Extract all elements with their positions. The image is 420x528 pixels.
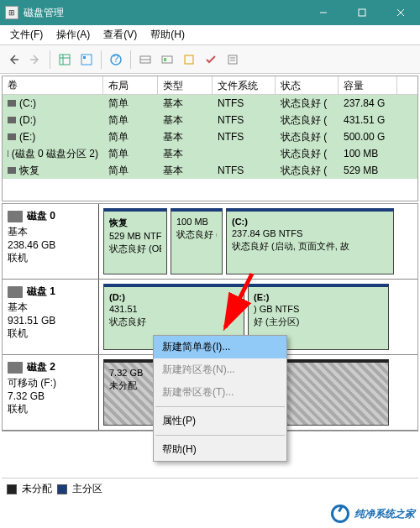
svg-rect-1 (359, 9, 365, 16)
menu-help[interactable]: 帮助(H) (144, 26, 192, 44)
svg-rect-9 (81, 55, 92, 65)
watermark-icon (331, 504, 349, 523)
volume-name: 恢复 (19, 164, 39, 178)
back-button[interactable] (3, 50, 24, 70)
volume-icon (8, 100, 16, 107)
tool1-button[interactable] (135, 50, 155, 70)
partition-size: ) GB NTFS (254, 304, 383, 314)
disk-kind: 基本 (8, 301, 93, 315)
toolbar-sep (101, 50, 102, 69)
menu-file[interactable]: 文件(F) (3, 26, 50, 44)
volume-status: 状态良好 ( (276, 145, 339, 163)
volume-capacity: 529 MB (339, 163, 397, 178)
volume-layout: 简单 (103, 95, 158, 112)
tool4-button[interactable] (201, 50, 221, 70)
volume-row[interactable]: (C:)简单基本NTFS状态良好 (237.84 G (3, 95, 417, 112)
disk-kind: 基本 (8, 225, 93, 239)
partition[interactable]: 100 MB状态良好 (E (171, 208, 223, 274)
volume-fs: NTFS (213, 112, 276, 128)
partition-status: 状态良好 (OE (109, 243, 161, 255)
app-icon: ⊞ (5, 6, 18, 19)
disk-row: 磁盘 0基本238.46 GB联机恢复529 MB NTFS状态良好 (OE10… (3, 204, 417, 280)
volume-layout: 简单 (103, 112, 158, 129)
ctx-separator (155, 406, 285, 407)
partition-size: 100 MB (176, 217, 217, 227)
volume-type: 基本 (158, 128, 213, 146)
volume-status: 状态良好 ( (276, 95, 339, 112)
disk-name: 磁盘 0 (27, 209, 55, 223)
close-button[interactable] (381, 0, 420, 25)
help-icon[interactable]: ? (106, 50, 126, 70)
col-filesystem[interactable]: 文件系统 (213, 76, 276, 94)
svg-text:?: ? (113, 53, 119, 65)
volume-row[interactable]: (磁盘 0 磁盘分区 2)简单基本状态良好 (100 MB (3, 145, 417, 162)
partition[interactable]: (C:)237.84 GB NTFS状态良好 (启动, 页面文件, 故 (226, 208, 394, 274)
volume-layout: 简单 (103, 162, 158, 180)
volume-status: 状态良好 ( (276, 112, 339, 129)
volume-capacity: 100 MB (339, 146, 397, 161)
tool2-button[interactable] (157, 50, 177, 70)
partition-title: (E:) (254, 292, 383, 302)
partition[interactable]: 恢复529 MB NTFS状态良好 (OE (103, 208, 167, 274)
watermark: 纯净系统之家 (331, 504, 415, 523)
view1-button[interactable] (55, 50, 75, 70)
tool3-button[interactable] (179, 50, 199, 70)
titlebar: ⊞ 磁盘管理 (0, 0, 420, 25)
context-menu: 新建简单卷(I)... 新建跨区卷(N)... 新建带区卷(T)... 属性(P… (153, 335, 287, 462)
menubar: 文件(F) 操作(A) 查看(V) 帮助(H) (0, 25, 420, 45)
disk-label[interactable]: 磁盘 2可移动 (F:)7.32 GB联机 (3, 355, 99, 430)
legend: 未分配 主分区 (2, 478, 418, 499)
disk-icon (8, 286, 23, 298)
col-status[interactable]: 状态 (276, 76, 339, 94)
disk-icon (8, 362, 23, 374)
menu-action[interactable]: 操作(A) (50, 26, 97, 44)
ctx-properties[interactable]: 属性(P) (154, 410, 286, 432)
volume-name: (E:) (19, 131, 35, 143)
volume-name: (D:) (19, 114, 36, 126)
volume-type: 基本 (158, 162, 213, 180)
partition-size: 237.84 GB NTFS (232, 228, 388, 238)
partition-status: 状态良好 (启动, 页面文件, 故 (232, 240, 388, 253)
ctx-new-spanned-volume: 新建跨区卷(N)... (154, 358, 286, 381)
col-layout[interactable]: 布局 (103, 76, 158, 94)
ctx-separator (155, 435, 285, 436)
legend-unalloc-label: 未分配 (22, 482, 52, 496)
volume-fs: NTFS (213, 129, 276, 144)
partition-size: 529 MB NTFS (109, 231, 161, 241)
disk-kind: 可移动 (F:) (8, 376, 93, 390)
disk-label[interactable]: 磁盘 0基本238.46 GB联机 (3, 204, 99, 279)
col-type[interactable]: 类型 (158, 76, 213, 94)
volume-icon (8, 150, 8, 157)
volume-status: 状态良好 ( (276, 162, 339, 180)
volume-icon (8, 133, 16, 140)
ctx-new-simple-volume[interactable]: 新建简单卷(I)... (154, 336, 286, 358)
volume-row[interactable]: (D:)简单基本NTFS状态良好 (431.51 G (3, 112, 417, 128)
partition-size: 431.51 (109, 304, 239, 314)
volume-row[interactable]: (E:)简单基本NTFS状态良好 (500.00 G (3, 128, 417, 145)
volume-row[interactable]: 恢复简单基本NTFS状态良好 (529 MB (3, 162, 417, 179)
disk-size: 7.32 GB (8, 390, 93, 402)
maximize-button[interactable] (343, 0, 381, 25)
volume-fs (213, 152, 276, 155)
volume-type: 基本 (158, 112, 213, 129)
legend-primary-label: 主分区 (72, 482, 102, 496)
tool5-button[interactable] (223, 50, 243, 70)
disk-name: 磁盘 1 (27, 285, 55, 299)
view2-button[interactable] (76, 50, 97, 70)
svg-rect-10 (83, 56, 86, 59)
menu-view[interactable]: 查看(V) (97, 26, 144, 44)
ctx-help[interactable]: 帮助(H) (154, 438, 286, 461)
disk-label[interactable]: 磁盘 1基本931.51 GB联机 (3, 280, 99, 354)
volume-list: 卷 布局 类型 文件系统 状态 容量 (C:)简单基本NTFS状态良好 (237… (2, 76, 418, 201)
volume-name: (磁盘 0 磁盘分区 2) (12, 147, 98, 161)
col-volume[interactable]: 卷 (3, 76, 103, 94)
partition-title: (D:) (109, 292, 239, 302)
legend-unalloc-color (7, 484, 17, 494)
disk-state: 联机 (8, 327, 93, 341)
col-capacity[interactable]: 容量 (339, 76, 397, 94)
volume-status: 状态良好 ( (276, 128, 339, 146)
minimize-button[interactable] (304, 0, 343, 25)
disk-size: 238.46 GB (8, 239, 93, 251)
forward-button[interactable] (25, 50, 45, 70)
toolbar-sep (50, 50, 50, 69)
